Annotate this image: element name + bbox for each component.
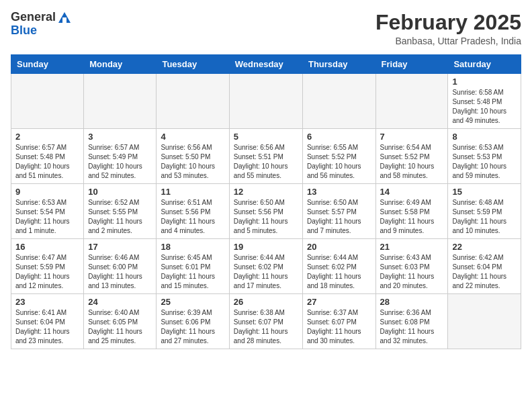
day-number: 24 [88,297,152,307]
day-info: Sunrise: 6:48 AM Sunset: 5:59 PM Dayligh… [452,198,517,236]
day-info: Sunrise: 6:49 AM Sunset: 5:58 PM Dayligh… [380,198,444,236]
day-info: Sunrise: 6:56 AM Sunset: 5:50 PM Dayligh… [161,143,224,181]
day-number: 12 [234,187,298,197]
day-number: 13 [307,187,371,197]
day-info: Sunrise: 6:39 AM Sunset: 6:06 PM Dayligh… [161,308,224,346]
calendar-day-cell: 15Sunrise: 6:48 AM Sunset: 5:59 PM Dayli… [448,184,521,239]
svg-marker-1 [62,17,66,23]
calendar-week-row: 1Sunrise: 6:58 AM Sunset: 5:48 PM Daylig… [11,74,521,129]
calendar-week-row: 2Sunrise: 6:57 AM Sunset: 5:48 PM Daylig… [11,129,521,184]
day-info: Sunrise: 6:37 AM Sunset: 6:07 PM Dayligh… [307,308,371,346]
day-number: 2 [15,132,79,142]
day-number: 4 [161,132,224,142]
calendar-day-cell: 13Sunrise: 6:50 AM Sunset: 5:57 PM Dayli… [302,184,375,239]
weekday-header: Saturday [448,55,521,74]
weekday-header: Sunday [11,55,84,74]
calendar-week-row: 9Sunrise: 6:53 AM Sunset: 5:54 PM Daylig… [11,184,521,239]
day-number: 22 [452,242,517,252]
day-info: Sunrise: 6:53 AM Sunset: 5:53 PM Dayligh… [452,143,517,181]
calendar-day-cell: 18Sunrise: 6:45 AM Sunset: 6:01 PM Dayli… [157,239,229,294]
day-info: Sunrise: 6:57 AM Sunset: 5:49 PM Dayligh… [88,143,152,181]
calendar-day-cell [11,74,84,129]
day-info: Sunrise: 6:56 AM Sunset: 5:51 PM Dayligh… [234,143,298,181]
month-title: February 2025 [375,11,521,34]
calendar-day-cell [84,74,157,129]
day-info: Sunrise: 6:50 AM Sunset: 5:57 PM Dayligh… [307,198,371,236]
calendar-day-cell: 26Sunrise: 6:38 AM Sunset: 6:07 PM Dayli… [229,294,302,349]
page-header: General Blue February 2025 Banbasa, Utta… [11,11,521,46]
day-info: Sunrise: 6:43 AM Sunset: 6:03 PM Dayligh… [380,253,444,291]
day-number: 6 [307,132,371,142]
day-info: Sunrise: 6:55 AM Sunset: 5:52 PM Dayligh… [307,143,371,181]
calendar-day-cell: 3Sunrise: 6:57 AM Sunset: 5:49 PM Daylig… [84,129,157,184]
calendar-day-cell: 23Sunrise: 6:41 AM Sunset: 6:04 PM Dayli… [11,294,84,349]
weekday-header: Wednesday [229,55,302,74]
calendar-day-cell: 8Sunrise: 6:53 AM Sunset: 5:53 PM Daylig… [448,129,521,184]
calendar-day-cell: 10Sunrise: 6:52 AM Sunset: 5:55 PM Dayli… [84,184,157,239]
day-number: 18 [161,242,224,252]
calendar-day-cell [157,74,229,129]
calendar-day-cell: 6Sunrise: 6:55 AM Sunset: 5:52 PM Daylig… [302,129,375,184]
day-number: 16 [15,242,79,252]
day-number: 5 [234,132,298,142]
day-number: 19 [234,242,298,252]
calendar-day-cell: 12Sunrise: 6:50 AM Sunset: 5:56 PM Dayli… [229,184,302,239]
calendar-week-row: 23Sunrise: 6:41 AM Sunset: 6:04 PM Dayli… [11,294,521,349]
day-number: 9 [15,187,79,197]
day-info: Sunrise: 6:44 AM Sunset: 6:02 PM Dayligh… [234,253,298,291]
day-number: 26 [234,297,298,307]
calendar-week-row: 16Sunrise: 6:47 AM Sunset: 5:59 PM Dayli… [11,239,521,294]
day-number: 11 [161,187,224,197]
calendar-day-cell: 28Sunrise: 6:36 AM Sunset: 6:08 PM Dayli… [375,294,448,349]
day-info: Sunrise: 6:58 AM Sunset: 5:48 PM Dayligh… [452,88,517,126]
calendar-day-cell: 14Sunrise: 6:49 AM Sunset: 5:58 PM Dayli… [375,184,448,239]
calendar-day-cell [448,294,521,349]
day-info: Sunrise: 6:45 AM Sunset: 6:01 PM Dayligh… [161,253,224,291]
day-info: Sunrise: 6:47 AM Sunset: 5:59 PM Dayligh… [15,253,79,291]
day-number: 25 [161,297,224,307]
logo: General Blue [11,11,72,38]
calendar-day-cell: 21Sunrise: 6:43 AM Sunset: 6:03 PM Dayli… [375,239,448,294]
logo-blue-text: Blue [11,24,37,38]
calendar-header-row: SundayMondayTuesdayWednesdayThursdayFrid… [11,55,521,74]
calendar-day-cell [229,74,302,129]
calendar-table: SundayMondayTuesdayWednesdayThursdayFrid… [11,54,521,349]
logo-general-text: General [11,11,56,24]
calendar-day-cell: 9Sunrise: 6:53 AM Sunset: 5:54 PM Daylig… [11,184,84,239]
day-number: 20 [307,242,371,252]
calendar-day-cell: 11Sunrise: 6:51 AM Sunset: 5:56 PM Dayli… [157,184,229,239]
day-info: Sunrise: 6:42 AM Sunset: 6:04 PM Dayligh… [452,253,517,291]
day-info: Sunrise: 6:36 AM Sunset: 6:08 PM Dayligh… [380,308,444,346]
day-info: Sunrise: 6:51 AM Sunset: 5:56 PM Dayligh… [161,198,224,236]
day-number: 7 [380,132,444,142]
logo-icon [57,11,72,24]
day-info: Sunrise: 6:57 AM Sunset: 5:48 PM Dayligh… [15,143,79,181]
weekday-header: Friday [375,55,448,74]
day-number: 21 [380,242,444,252]
day-number: 3 [88,132,152,142]
day-info: Sunrise: 6:53 AM Sunset: 5:54 PM Dayligh… [15,198,79,236]
weekday-header: Tuesday [157,55,229,74]
day-number: 15 [452,187,517,197]
calendar-day-cell [302,74,375,129]
day-info: Sunrise: 6:41 AM Sunset: 6:04 PM Dayligh… [15,308,79,346]
calendar-day-cell: 16Sunrise: 6:47 AM Sunset: 5:59 PM Dayli… [11,239,84,294]
calendar-day-cell: 17Sunrise: 6:46 AM Sunset: 6:00 PM Dayli… [84,239,157,294]
calendar-day-cell: 4Sunrise: 6:56 AM Sunset: 5:50 PM Daylig… [157,129,229,184]
location-text: Banbasa, Uttar Pradesh, India [375,36,521,46]
day-info: Sunrise: 6:44 AM Sunset: 6:02 PM Dayligh… [307,253,371,291]
calendar-day-cell [375,74,448,129]
day-info: Sunrise: 6:50 AM Sunset: 5:56 PM Dayligh… [234,198,298,236]
day-info: Sunrise: 6:38 AM Sunset: 6:07 PM Dayligh… [234,308,298,346]
day-number: 10 [88,187,152,197]
calendar-day-cell: 27Sunrise: 6:37 AM Sunset: 6:07 PM Dayli… [302,294,375,349]
day-info: Sunrise: 6:46 AM Sunset: 6:00 PM Dayligh… [88,253,152,291]
day-info: Sunrise: 6:52 AM Sunset: 5:55 PM Dayligh… [88,198,152,236]
day-info: Sunrise: 6:54 AM Sunset: 5:52 PM Dayligh… [380,143,444,181]
calendar-day-cell: 24Sunrise: 6:40 AM Sunset: 6:05 PM Dayli… [84,294,157,349]
day-number: 17 [88,242,152,252]
calendar-day-cell: 20Sunrise: 6:44 AM Sunset: 6:02 PM Dayli… [302,239,375,294]
calendar-day-cell: 19Sunrise: 6:44 AM Sunset: 6:02 PM Dayli… [229,239,302,294]
calendar-day-cell: 2Sunrise: 6:57 AM Sunset: 5:48 PM Daylig… [11,129,84,184]
weekday-header: Thursday [302,55,375,74]
